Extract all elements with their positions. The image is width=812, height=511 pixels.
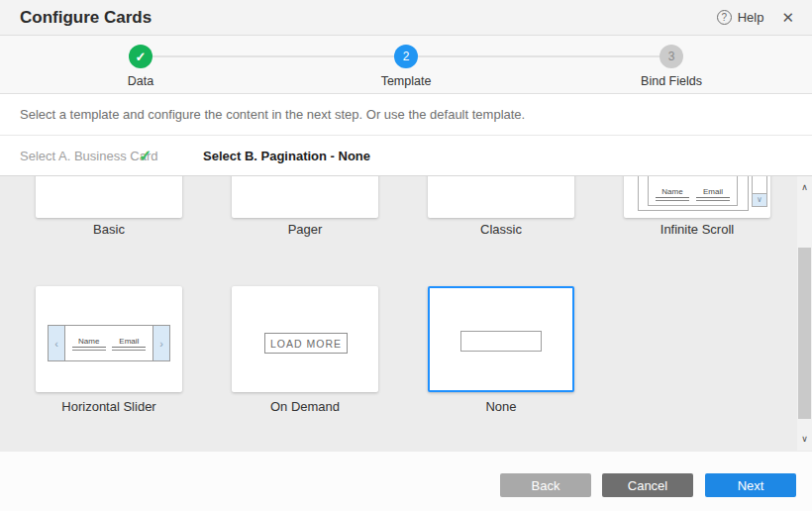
template-card-infinite-scroll[interactable]: Name Email ∨ [624,176,770,218]
step-complete-check-icon: ✓ [129,45,152,68]
close-icon[interactable]: ✕ [777,7,798,29]
chevron-right-icon: › [152,326,169,360]
step-template[interactable]: 2 Template [347,45,465,88]
template-label: Basic [36,222,182,237]
horizontal-slider-preview: ‹ Name Email › [48,325,170,361]
step-data[interactable]: ✓ Data [81,45,200,88]
step-label: Template [347,74,465,88]
gallery-scrollbar[interactable]: ∧ ∨ [797,176,812,451]
infinite-scroll-preview: Name Email [638,176,749,211]
none-preview-box [460,331,542,352]
selection-bar: Select A. Business Card ✓ Select B. Pagi… [0,136,812,176]
template-card-basic[interactable] [36,176,182,218]
template-label: Infinite Scroll [624,222,770,237]
select-b-pagination[interactable]: Select B. Pagination - None [203,136,370,176]
scroll-up-icon[interactable]: ∧ [797,180,812,195]
scrollbar-thumb[interactable] [798,248,811,419]
preview-mini-card: Name Email [648,176,738,206]
header-actions: ? Help ✕ [717,0,798,35]
preview-field-email: Email [696,187,730,201]
select-a-check-icon: ✓ [139,136,152,176]
cancel-button[interactable]: Cancel [602,473,693,497]
wizard-stepper: ✓ Data 2 Template 3 Bind Fields [0,36,812,94]
template-card-pager[interactable] [232,176,378,218]
step-label: Bind Fields [612,74,731,88]
load-more-preview-button: LOAD MORE [264,333,348,354]
template-label: None [428,399,574,414]
chevron-left-icon: ‹ [49,326,65,360]
help-label: Help [738,10,764,25]
step-bind-fields[interactable]: 3 Bind Fields [612,45,731,88]
select-a-business-card[interactable]: Select A. Business Card [20,136,157,176]
preview-field-name: Name [656,187,689,201]
template-gallery: Basic Pager Classic Name Email ∨ [0,176,797,451]
template-label: Pager [232,222,378,237]
page-title: Configure Cards [20,0,152,35]
dialog-header: Configure Cards ? Help ✕ [0,0,812,36]
template-card-on-demand[interactable]: LOAD MORE [232,286,378,392]
preview-field-name: Name [72,337,106,351]
template-card-none-selected[interactable] [428,286,574,392]
instruction-text: Select a template and configure the cont… [20,94,525,135]
chevron-down-icon: ∨ [753,193,766,206]
step-number-badge: 3 [660,45,683,68]
step-number-badge: 2 [394,45,418,68]
next-button[interactable]: Next [705,473,796,497]
scroll-down-icon[interactable]: ∨ [797,432,812,447]
back-button[interactable]: Back [500,473,591,497]
template-label: Horizontal Slider [36,399,182,414]
instruction-bar: Select a template and configure the cont… [0,94,812,136]
preview-field-email: Email [112,337,146,351]
preview-mini-card: Name Email [65,326,152,360]
help-button[interactable]: ? Help [717,10,764,25]
step-label: Data [81,74,200,88]
template-label: Classic [428,222,574,237]
dialog-footer: Back Cancel Next [0,451,812,511]
template-label: On Demand [232,399,378,414]
help-icon: ? [717,10,732,25]
preview-scroll-strip: ∨ [752,176,767,207]
configure-cards-dialog: Configure Cards ? Help ✕ ✓ Data 2 Templa… [0,0,812,511]
template-card-classic[interactable] [428,176,574,218]
template-card-horizontal-slider[interactable]: ‹ Name Email › [36,286,182,392]
